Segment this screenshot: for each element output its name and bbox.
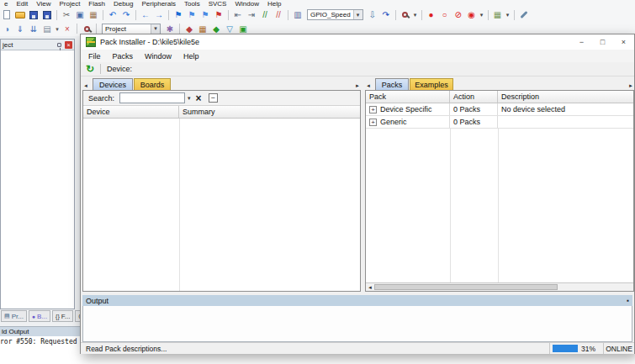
bottom-tab-functions[interactable]: {} F... [52, 310, 73, 322]
scroll-left-icon[interactable]: ◄ [366, 285, 374, 290]
tab-scroll-right-icon[interactable]: ► [628, 83, 633, 88]
packs-panel: ◄ Packs Examples ► Pack Action Descripti… [365, 76, 634, 292]
chevron-down-icon[interactable]: ▾ [151, 24, 160, 34]
menu-item[interactable]: SVCS [204, 0, 231, 8]
project-panel-close-button[interactable]: × [65, 41, 72, 49]
check-for-updates-icon[interactable]: ↻ [86, 63, 94, 75]
menu-item[interactable]: Window [139, 52, 177, 61]
indent-icon[interactable]: ⇥ [245, 8, 258, 21]
build-icon[interactable]: ⇓ [13, 23, 27, 35]
menu-item[interactable]: Debug [109, 0, 138, 8]
redo-icon[interactable]: ↷ [119, 8, 133, 21]
breakpoint-dropdown-icon[interactable]: ▾ [479, 8, 485, 21]
target-download-icon[interactable]: ⇩ [366, 8, 379, 21]
scrollbar-thumb[interactable] [374, 284, 558, 290]
menu-item[interactable]: Window [230, 0, 262, 8]
output-panel-menu-icon[interactable]: ▪ [627, 297, 629, 304]
close-button[interactable]: × [613, 34, 634, 50]
uncomment-icon[interactable]: // [272, 8, 285, 21]
menu-item[interactable]: Edit [12, 0, 32, 8]
pack-installer-titlebar[interactable]: Pack Installer - D:\kile5\kile5e − □ × [81, 34, 634, 50]
chevron-down-icon[interactable]: ▾ [353, 10, 362, 19]
find-in-files-icon[interactable] [399, 8, 412, 21]
tab-scroll-left-icon[interactable]: ◄ [83, 83, 88, 88]
editor-windows-icon[interactable]: ▦ [491, 8, 505, 21]
tab-devices[interactable]: Devices [93, 78, 133, 90]
tab-boards[interactable]: Boards [134, 78, 171, 90]
unindent-icon[interactable]: ⇤ [231, 8, 245, 21]
breakpoint-disable-icon[interactable]: ⊘ [452, 8, 465, 21]
copy-icon[interactable]: ▣ [73, 8, 87, 21]
breakpoint-icon[interactable]: ● [425, 8, 438, 21]
tab-examples[interactable]: Examples [410, 78, 453, 90]
bookmark-prev-icon[interactable]: ⚑ [198, 8, 212, 21]
bottom-tab-project[interactable]: ▤ Pr... [1, 310, 27, 322]
menu-item[interactable]: Peripherals [138, 0, 180, 8]
breakpoint-kill-all-icon[interactable]: ◉ [465, 8, 479, 21]
navigate-back-icon[interactable]: ← [139, 8, 152, 21]
bookmark-clear-icon[interactable]: ⚑ [212, 8, 225, 21]
paste-icon[interactable]: ▦ [87, 8, 100, 21]
translate-file-icon[interactable]: ◑ [0, 23, 13, 35]
configure-tools-icon[interactable] [517, 8, 531, 21]
tree-expand-icon[interactable]: + [369, 119, 377, 126]
menu-item[interactable]: Packs [107, 52, 140, 61]
main-toolbar-row1: ✂▣▦↶↷←→⚑⚑⚑⚑⇤⇥////▥ GPIO_Speed ▾ ⇩↷▾●○⊘◉▾… [0, 8, 395, 22]
stop-build-icon[interactable]: × [61, 23, 74, 35]
devices-grid-body[interactable] [83, 119, 360, 291]
project-target-combo[interactable]: Project ▾ [102, 24, 161, 34]
output-panel-header[interactable]: Output ▪ [82, 295, 632, 306]
batch-build-dropdown-icon[interactable]: ▾ [54, 23, 61, 35]
menu-item[interactable]: Project [55, 0, 84, 8]
pack-row[interactable]: + Generic 0 Packs [366, 116, 633, 129]
minimize-button[interactable]: − [571, 34, 592, 50]
flash-download-icon[interactable]: ▥ [291, 8, 304, 21]
tab-scroll-right-icon[interactable]: ► [355, 83, 360, 88]
column-header-pack[interactable]: Pack [366, 91, 450, 103]
search-dropdown-icon[interactable]: ▾ [188, 95, 191, 102]
target-select-combo[interactable]: GPIO_Speed ▾ [307, 9, 363, 20]
menu-item[interactable]: Help [263, 0, 285, 8]
menu-item[interactable]: Help [177, 52, 205, 61]
new-file-icon[interactable] [0, 8, 13, 21]
column-header-description[interactable]: Description [498, 91, 633, 103]
menu-item[interactable]: File [82, 52, 107, 61]
pin-icon[interactable] [57, 43, 61, 47]
menu-item[interactable]: e [0, 0, 12, 8]
toolbar-separator [168, 10, 169, 20]
save-all-icon[interactable] [40, 8, 54, 21]
search-clear-icon[interactable]: × [196, 93, 202, 103]
collapse-all-icon[interactable]: − [209, 93, 218, 103]
bottom-tab-books[interactable]: ● B... [29, 310, 50, 322]
undo-icon[interactable]: ↶ [106, 8, 119, 21]
save-icon[interactable] [27, 8, 40, 21]
tab-packs[interactable]: Packs [375, 78, 409, 90]
output-panel-body[interactable] [82, 306, 632, 342]
windows-dropdown-icon[interactable]: ▾ [505, 8, 511, 21]
breakpoint-enable-icon[interactable]: ○ [438, 8, 452, 21]
batch-build-icon[interactable]: ▤ [40, 23, 54, 35]
navigate-forward-icon[interactable]: → [152, 8, 166, 21]
bookmark-next-icon[interactable]: ⚑ [185, 8, 198, 21]
open-folder-icon[interactable] [13, 8, 27, 21]
column-header-device[interactable]: Device [83, 106, 179, 118]
menu-item[interactable]: Tools [180, 0, 204, 8]
comment-icon[interactable]: // [258, 8, 272, 21]
menu-item[interactable]: Flash [84, 0, 109, 8]
jump-arrow-icon[interactable]: ↷ [379, 8, 393, 21]
build-output-panel[interactable]: ror #550: Requested de [0, 336, 80, 364]
maximize-button[interactable]: □ [592, 34, 613, 50]
bookmark-toggle-icon[interactable]: ⚑ [172, 8, 185, 21]
pack-row[interactable]: + Device Specific 0 Packs No device sele… [366, 103, 633, 116]
packs-grid-body[interactable] [366, 129, 633, 291]
search-input[interactable] [119, 92, 185, 103]
tree-expand-icon[interactable]: + [369, 106, 377, 113]
find-dropdown-icon[interactable]: ▾ [412, 8, 419, 21]
tab-scroll-left-icon[interactable]: ◄ [366, 83, 371, 88]
column-header-action[interactable]: Action [450, 91, 498, 103]
menu-item[interactable]: View [32, 0, 55, 8]
cut-icon[interactable]: ✂ [60, 8, 73, 21]
horizontal-scrollbar[interactable]: ◄ [366, 282, 633, 291]
rebuild-all-icon[interactable]: ⇊ [27, 23, 40, 35]
column-header-summary[interactable]: Summary [179, 106, 360, 118]
